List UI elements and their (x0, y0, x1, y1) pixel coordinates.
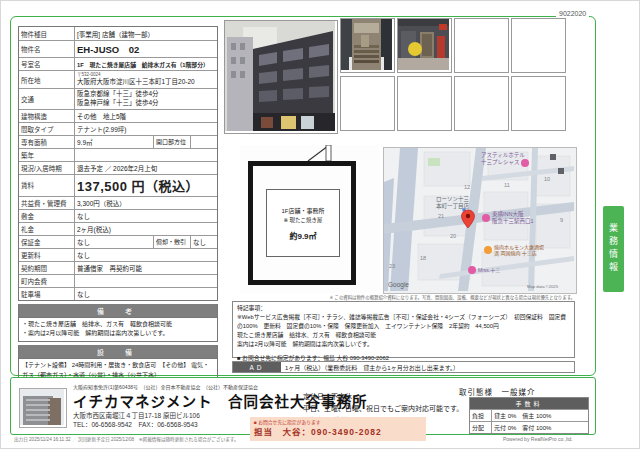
stairs-photo-image (341, 19, 392, 70)
row-label: 礼金 (19, 223, 75, 235)
row-label: 町内会費 (19, 275, 75, 287)
fee-table: 手数料 負担 貸主 0% 借主 100% 分配 元付 0% 客付 100% (469, 397, 589, 434)
special-notes-line: 現たこ焼き屋店舗 給排水、ガス有 軽飲食相談可能 (237, 331, 570, 340)
floor-plan: 1F店舗・事務所 ※ 現たこ焼き屋 約9.9㎡ (240, 145, 380, 293)
table-row: 敷金 なし (19, 210, 217, 223)
door-swing-icon (306, 145, 332, 161)
table-row: 契約期間 普通借家 再契約可能 (19, 262, 217, 275)
fee-row: 分配 元付 0% 客付 100% (470, 421, 588, 433)
row-value: 2ヶ月(税込) (75, 223, 217, 235)
row-value: その他 地上5階 (75, 110, 217, 122)
table-row: 礼金 2ヶ月(税込) (19, 223, 217, 236)
special-notes-line: 案内は2月以降可能 解約期間は案内次第しいです。 (237, 340, 570, 349)
photo-thumb-empty (454, 18, 509, 73)
table-row: 間取タイプ テナント(2.99坪) (19, 123, 217, 136)
special-notes-title: 特記事項： (237, 304, 570, 313)
fee-table-header: 手数料 (470, 398, 588, 409)
row-value: 〒532-0024 大阪府大阪市淀川区十三本町1丁目20-20 (75, 71, 217, 88)
table-row: 号室名 1F 現たこ焼き屋店舗 給排水ガス有（1階部分） (19, 58, 217, 71)
company-photo-image (20, 389, 64, 425)
row-value: 退去予定 ／ 2026年2月上旬 (75, 162, 217, 174)
row-value: [事業用] 店舗（建物一部） (75, 27, 217, 40)
remarks-header: 備 考 (18, 304, 218, 318)
table-row: 交通 阪急京都線「十三」徒歩4分 阪急神戸線「十三」徒歩4分 (19, 89, 217, 110)
row-label: 号室名 (19, 58, 75, 70)
transport-line2: 阪急神戸線「十三」徒歩4分 (77, 99, 159, 108)
contact-staff: 担当 大谷：090-3490-2082 (254, 425, 422, 437)
property-detail-panel: 物件種目 [事業用] 店舗（建物一部） 物件名 EH-JUSO 02 号室名 1… (18, 26, 218, 416)
company-photo (19, 388, 67, 428)
table-row: 所在地 〒532-0024 大阪府大阪市淀川区十三本町1丁目20-20 (19, 71, 217, 89)
row-label: 所在地 (19, 71, 75, 88)
remarks-box: ・現たこ焼き屋店舗 給排水、ガス有 軽飲食相談可能 ・案内は2月以降可能 解約期… (18, 318, 218, 343)
photo-thumb-stairs (340, 18, 395, 73)
google-logo: Google (388, 281, 409, 289)
map-image: アスティルホテル 十三プレシャス ローソン十三 本町一丁目店 東横INN大阪 阪… (383, 147, 577, 294)
row-value: テナント(2.99坪) (75, 123, 217, 135)
company-guide: 平日、土曜、日曜、祝日でもご案内対応可能です。 (303, 403, 463, 415)
footer-output-date: 出力日 2025/11/24 16:11:32 ／ 次回更新予定日 2025/1… (14, 436, 239, 442)
fee-row-value: 貸主 0% 借主 100% (492, 410, 588, 421)
table-row: 更新料 なし (19, 249, 217, 262)
row-label: 契約期間 (19, 262, 75, 274)
row-label: 更新料 (19, 249, 75, 261)
row-value: なし (75, 210, 217, 222)
transport-line1: 阪急京都線「十三」徒歩4分 (77, 90, 159, 99)
contact-highlight-box: ■ お問合せ先に指定があります 担当 大谷：090-3490-2082 (250, 417, 426, 441)
row-label: 現況/入居時期 (19, 162, 75, 174)
property-flyer-page: 9022020 業務情報 物件種目 [事業用] 店舗（建物一部） 物件名 EH-… (0, 0, 640, 449)
row-label: 建物構造 (19, 110, 75, 122)
special-notes-line: ※Webサービス広告掲載［不可］・チラシ、雑誌等掲載広告［不可］・保証会社・4シ… (237, 313, 570, 331)
table-row: 物件名 EH-JUSO 02 (19, 41, 217, 58)
map-label: 本町一丁目店 (436, 202, 470, 210)
map-block-number: 10 (544, 176, 550, 182)
row-label: 敷金 (19, 210, 75, 222)
deal-type: 取引態様 一般媒介 (459, 386, 536, 397)
map-copyright: Map data ©2025 (527, 284, 559, 289)
row-label: 物件名 (19, 41, 75, 57)
row-value: なし (75, 236, 153, 248)
row-value2 (191, 136, 217, 148)
equipment-header: 設 備 (18, 345, 218, 359)
row-label2: 開口部方位 (153, 136, 191, 148)
ad-text: 1ヶ月（税込）（業務委託料 貸主から1ヶ月分お出し出来ます。） (281, 362, 574, 372)
table-row: 駐車場 なし (19, 288, 217, 300)
map-block-number: 11 (504, 182, 510, 188)
company-holiday: 定休日：不定休 (303, 391, 463, 403)
row-label2: 償却・敷引 (153, 236, 191, 248)
plan-use-label: 1F店舗・事務所 (281, 206, 324, 215)
row-value: 9.9㎡ (75, 136, 153, 148)
row-value: なし (75, 288, 217, 300)
row-label: 駐車場 (19, 288, 75, 300)
table-row: 保証金 なし 償却・敷引 なし (19, 236, 217, 249)
table-row: 築年 (19, 149, 217, 162)
row-value: 1F 現たこ焼き屋店舗 給排水ガス有（1階部分） (75, 58, 217, 70)
row-value: 普通借家 再契約可能 (75, 262, 217, 274)
photo-thumb-storefront (397, 18, 452, 73)
row-value: 阪急京都線「十三」徒歩4分 阪急神戸線「十三」徒歩4分 (75, 89, 217, 109)
row-label: 賃料 (19, 175, 75, 196)
fee-row: 負担 貸主 0% 借主 100% (470, 409, 588, 421)
row-label: 間取タイプ (19, 123, 75, 135)
row-value2: なし (191, 236, 217, 248)
row-label: 専有面積 (19, 136, 75, 148)
table-row: 現況/入居時期 退去予定 ／ 2026年2月上旬 (19, 162, 217, 175)
floor-plan-label-box: 1F店舗・事務所 ※ 現たこ焼き屋 約9.9㎡ (266, 189, 340, 257)
side-tab-business-info: 業務情報 (603, 206, 624, 292)
plan-area-label: 約9.9㎡ (289, 230, 316, 241)
footer-powered-by: Powered by RealNetPro co.,ltd. (503, 436, 573, 442)
property-table: 物件種目 [事業用] 店舗（建物一部） 物件名 EH-JUSO 02 号室名 1… (18, 26, 218, 301)
table-row: 物件種目 [事業用] 店舗（建物一部） (19, 27, 217, 41)
row-label: 交通 (19, 89, 75, 109)
table-row: 建物構造 その他 地上5階 (19, 110, 217, 123)
map-block-number: 23 (389, 263, 395, 269)
row-value (75, 149, 217, 161)
map-block-number: 21 (438, 213, 444, 219)
company-license: 大阪府知事免許(1)第60438号 （公社）全日本不動産協会 （公社）不動産保証… (73, 383, 258, 390)
row-label: 保証金 (19, 236, 75, 248)
table-row: 賃料 137,500 円（税込） (19, 175, 217, 197)
building-photo-image (225, 21, 335, 131)
map-label: 十三プレシャス (481, 158, 520, 166)
map-label: Mrss.十三 (478, 267, 500, 274)
map-svg: アスティルホテル 十三プレシャス ローソン十三 本町一丁目店 東横INN大阪 阪… (384, 148, 574, 291)
